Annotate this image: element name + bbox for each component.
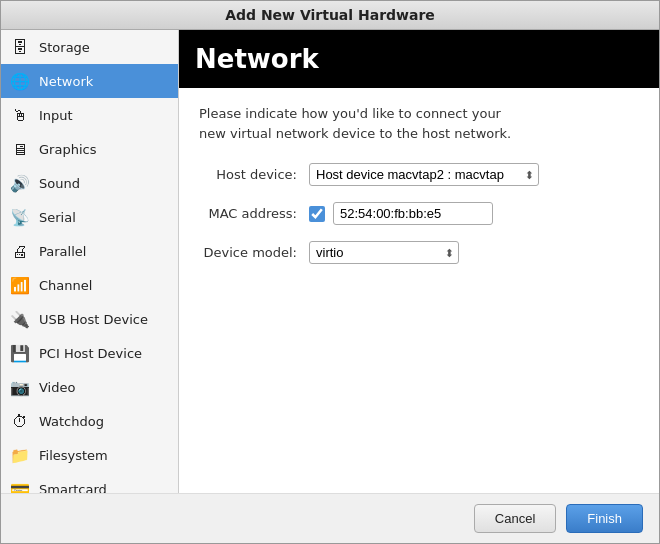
filesystem-icon: 📁 <box>9 444 31 466</box>
sidebar-item-video[interactable]: 📷Video <box>1 370 178 404</box>
sidebar-item-watchdog[interactable]: ⏱Watchdog <box>1 404 178 438</box>
content-area: Network Please indicate how you'd like t… <box>179 30 659 493</box>
mac-address-checkbox[interactable] <box>309 206 325 222</box>
sound-icon: 🔊 <box>9 172 31 194</box>
sidebar-label-pci-host-device: PCI Host Device <box>39 346 142 361</box>
device-model-select[interactable]: virtio <box>309 241 459 264</box>
watchdog-icon: ⏱ <box>9 410 31 432</box>
sidebar-item-graphics[interactable]: 🖥Graphics <box>1 132 178 166</box>
sidebar-item-usb-host-device[interactable]: 🔌USB Host Device <box>1 302 178 336</box>
sidebar-label-parallel: Parallel <box>39 244 86 259</box>
host-device-select[interactable]: Host device macvtap2 : macvtap <box>309 163 539 186</box>
device-model-row: Device model: virtio <box>199 241 639 264</box>
sidebar-label-network: Network <box>39 74 93 89</box>
host-device-select-wrapper: Host device macvtap2 : macvtap <box>309 163 539 186</box>
input-icon: 🖱 <box>9 104 31 126</box>
graphics-icon: 🖥 <box>9 138 31 160</box>
sidebar-item-channel[interactable]: 📶Channel <box>1 268 178 302</box>
sidebar-label-input: Input <box>39 108 73 123</box>
parallel-icon: 🖨 <box>9 240 31 262</box>
host-device-label: Host device: <box>199 167 309 182</box>
usb-host-device-icon: 🔌 <box>9 308 31 330</box>
mac-address-row: MAC address: <box>199 202 639 225</box>
main-content: 🗄Storage🌐Network🖱Input🖥Graphics🔊Sound📡Se… <box>1 30 659 493</box>
footer: Cancel Finish <box>1 493 659 543</box>
network-icon: 🌐 <box>9 70 31 92</box>
sidebar-label-video: Video <box>39 380 75 395</box>
content-header: Network <box>179 30 659 88</box>
sidebar-label-storage: Storage <box>39 40 90 55</box>
sidebar-item-sound[interactable]: 🔊Sound <box>1 166 178 200</box>
sidebar-label-graphics: Graphics <box>39 142 96 157</box>
serial-icon: 📡 <box>9 206 31 228</box>
sidebar-item-smartcard[interactable]: 💳Smartcard <box>1 472 178 493</box>
sidebar-label-usb-host-device: USB Host Device <box>39 312 148 327</box>
sidebar-label-channel: Channel <box>39 278 92 293</box>
sidebar-item-storage[interactable]: 🗄Storage <box>1 30 178 64</box>
host-device-row: Host device: Host device macvtap2 : macv… <box>199 163 639 186</box>
sidebar: 🗄Storage🌐Network🖱Input🖥Graphics🔊Sound📡Se… <box>1 30 179 493</box>
finish-button[interactable]: Finish <box>566 504 643 533</box>
content-body: Please indicate how you'd like to connec… <box>179 88 659 493</box>
sidebar-label-serial: Serial <box>39 210 76 225</box>
sidebar-item-input[interactable]: 🖱Input <box>1 98 178 132</box>
sidebar-item-network[interactable]: 🌐Network <box>1 64 178 98</box>
description: Please indicate how you'd like to connec… <box>199 104 639 143</box>
sidebar-item-serial[interactable]: 📡Serial <box>1 200 178 234</box>
device-model-label: Device model: <box>199 245 309 260</box>
sidebar-label-sound: Sound <box>39 176 80 191</box>
sidebar-label-filesystem: Filesystem <box>39 448 108 463</box>
smartcard-icon: 💳 <box>9 478 31 493</box>
storage-icon: 🗄 <box>9 36 31 58</box>
mac-address-input[interactable] <box>333 202 493 225</box>
section-heading: Network <box>195 44 643 74</box>
sidebar-item-pci-host-device[interactable]: 💾PCI Host Device <box>1 336 178 370</box>
device-model-select-wrapper: virtio <box>309 241 459 264</box>
window-title: Add New Virtual Hardware <box>225 7 435 23</box>
mac-address-label: MAC address: <box>199 206 309 221</box>
channel-icon: 📶 <box>9 274 31 296</box>
sidebar-item-parallel[interactable]: 🖨Parallel <box>1 234 178 268</box>
mac-address-controls <box>309 202 493 225</box>
sidebar-label-smartcard: Smartcard <box>39 482 107 494</box>
cancel-button[interactable]: Cancel <box>474 504 556 533</box>
sidebar-item-filesystem[interactable]: 📁Filesystem <box>1 438 178 472</box>
video-icon: 📷 <box>9 376 31 398</box>
sidebar-label-watchdog: Watchdog <box>39 414 104 429</box>
title-bar: Add New Virtual Hardware <box>1 1 659 30</box>
pci-host-device-icon: 💾 <box>9 342 31 364</box>
